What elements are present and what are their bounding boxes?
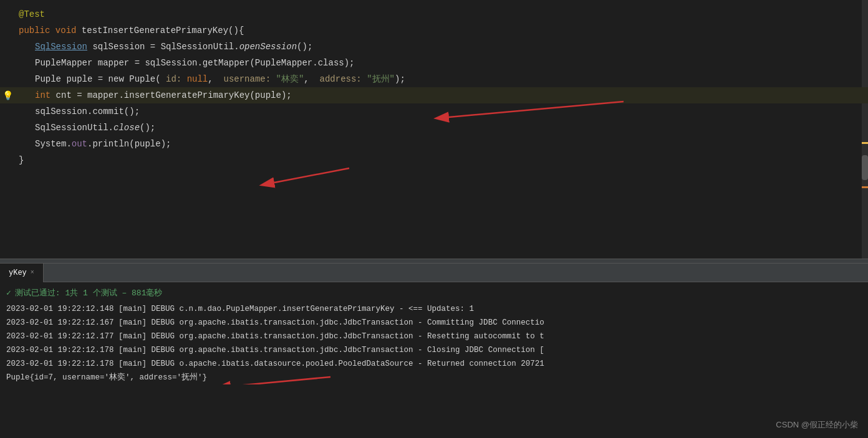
line8-content: SqlSessionUtil.close(); [35,123,155,133]
console-area: ✓ 测试已通过: 1共 1 个测试 – 881毫秒 2023-02-01 19:… [0,282,868,437]
status-text: 测试已通过: 1共 1 个测试 – 881毫秒 [15,287,163,298]
watermark: CSDN @假正经的小柴 [776,419,858,431]
line6-cnt: cnt = mapper.insertGeneratePrimaryKey(pu… [51,90,291,100]
keyword-void: void [55,26,77,36]
svg-line-3 [274,168,349,183]
line9-system: System.out.println(puple); [35,139,171,149]
status-bar: ✓ 测试已通过: 1共 1 个测试 – 881毫秒 [0,286,868,302]
code-line-9: System.out.println(puple); [0,136,868,152]
console-line-1: 2023-02-01 19:22:12.148 [main] DEBUG c.n… [0,302,868,316]
line4-content: PupleMapper mapper = sqlSession.getMappe… [35,58,354,68]
line10-brace: } [19,155,24,165]
check-icon: ✓ [6,288,11,298]
bulb-icon: 💡 [2,90,13,101]
code-line-1: @Test [0,6,868,22]
divider [0,259,868,264]
sqlsession-class[interactable]: SqlSession [35,42,87,52]
keyword-int: int [35,90,51,100]
console-line-5: 2023-02-01 19:22:12.178 [main] DEBUG o.a… [0,357,868,371]
code-line-10: } [0,152,868,168]
tab-close-button[interactable]: × [31,269,34,276]
tab-label: yKey [9,269,27,277]
tab-bar: yKey × [0,264,868,282]
line5-puple: Puple puple = new Puple( id: null, usern… [35,74,405,84]
keyword-public: public [19,26,50,36]
scrollbar-mark-2 [862,186,868,188]
code-line-7: sqlSession.commit(); [0,103,868,120]
console-line-2: 2023-02-01 19:22:12.167 [main] DEBUG org… [0,316,868,330]
code-line-3: SqlSession sqlSession = SqlSessionUtil.o… [0,39,868,55]
code-line-8: SqlSessionUtil.close(); [0,120,868,136]
code-area: @Test public void testInsertGeneratePrim… [0,0,868,259]
line3-rest: sqlSession = SqlSessionUtil.openSession(… [87,42,312,52]
code-line-4: PupleMapper mapper = sqlSession.getMappe… [0,55,868,71]
console-line-result: Puple{id=7, username='林奕', address='抚州'} [0,371,868,384]
annotation-test: @Test [19,9,45,19]
tab-active[interactable]: yKey × [0,264,44,282]
line7-content: sqlSession.commit(); [35,107,140,117]
console-line-3: 2023-02-01 19:22:12.177 [main] DEBUG org… [0,330,868,343]
method-name: testInsertGeneratePrimaryKey(){ [76,26,244,36]
svg-line-5 [231,377,330,384]
code-line-5: Puple puple = new Puple( id: null, usern… [0,71,868,87]
bulb-gutter: 💡 [0,90,15,101]
console-line-4: 2023-02-01 19:22:12.178 [main] DEBUG org… [0,343,868,357]
code-line-6: 💡 int cnt = mapper.insertGeneratePrimary… [0,87,868,103]
code-line-2: public void testInsertGeneratePrimaryKey… [0,22,868,39]
